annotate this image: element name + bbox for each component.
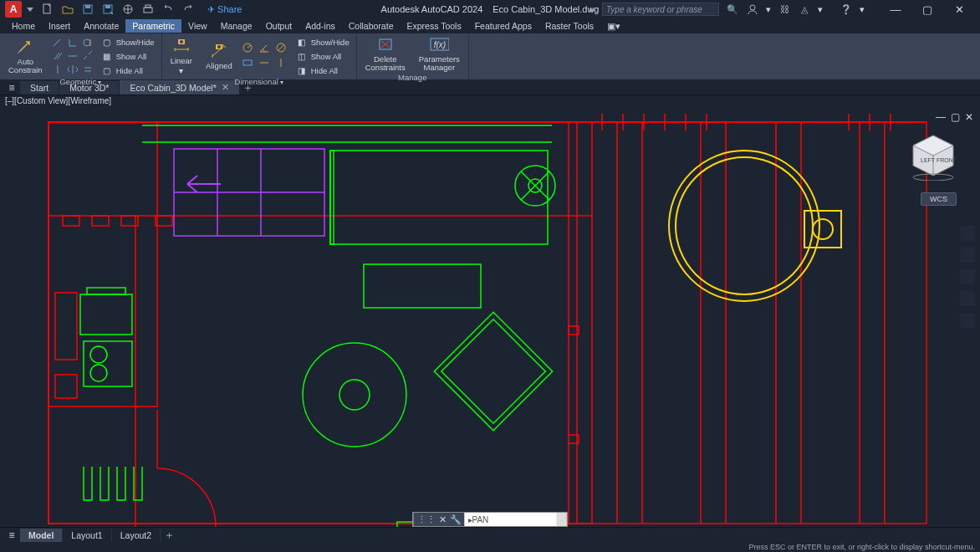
perpendicular-icon[interactable] xyxy=(66,37,79,49)
geom-showhide-button[interactable]: ▢Show/Hide xyxy=(98,35,158,49)
parameters-manager-button[interactable]: f(x) Parameters Manager xyxy=(414,35,465,73)
geom-showhide-label: Show/Hide xyxy=(116,38,155,47)
aligned-dim-button[interactable]: Aligned xyxy=(201,42,237,70)
svg-rect-2 xyxy=(85,5,90,8)
tangent-icon[interactable] xyxy=(81,37,94,49)
svg-rect-23 xyxy=(55,293,77,360)
geom-hideall-button[interactable]: ▢Hide All xyxy=(98,64,158,77)
ribbon-collapse-icon[interactable]: ▣▾ xyxy=(600,19,627,33)
layout-tab-menu-icon[interactable]: ≡ xyxy=(3,529,20,541)
svg-point-41 xyxy=(669,151,819,301)
diameter-icon[interactable] xyxy=(274,42,288,54)
cmd-customize-icon[interactable]: 🔧 xyxy=(450,514,462,525)
quick-access-toolbar: ✈ Share xyxy=(42,3,242,15)
showhide-icon: ▢ xyxy=(101,36,113,48)
angular-icon[interactable] xyxy=(258,42,271,54)
command-line-handle[interactable]: ⋮⋮ ✕ 🔧 xyxy=(414,513,465,526)
linear-dim-button[interactable]: Linear▾ xyxy=(166,37,197,76)
panel-dropdown-icon-2[interactable]: ▾ xyxy=(280,79,283,86)
menu-insert[interactable]: Insert xyxy=(42,19,77,33)
nav-pan-icon[interactable] xyxy=(960,248,975,263)
drawing-canvas[interactable]: — ▢ ✕ xyxy=(0,109,980,527)
open-file-icon[interactable] xyxy=(62,3,74,15)
symmetric-icon[interactable] xyxy=(66,64,79,75)
menu-featured[interactable]: Featured Apps xyxy=(468,19,538,33)
maximize-button[interactable]: ▢ xyxy=(911,1,943,18)
close-button[interactable]: ✕ xyxy=(943,1,975,18)
hor-dim-icon[interactable] xyxy=(258,57,271,69)
auto-constrain-button[interactable]: Auto Constrain xyxy=(3,38,48,75)
search-input[interactable]: Type a keyword or phrase xyxy=(602,3,719,16)
wcs-badge[interactable]: WCS xyxy=(921,192,957,206)
nav-zoom-icon[interactable] xyxy=(960,269,975,284)
help-icon[interactable]: ❔ xyxy=(840,3,853,16)
nav-wheel-icon[interactable] xyxy=(960,226,975,241)
redo-icon[interactable] xyxy=(182,3,194,15)
cmd-grip-icon[interactable]: ⋮⋮ xyxy=(417,514,436,525)
app-logo[interactable]: A xyxy=(5,1,22,18)
viewcube[interactable]: LEFT FRONT xyxy=(908,130,958,181)
panel-dropdown-icon[interactable]: ▾ xyxy=(98,79,101,86)
tab-layout2[interactable]: Layout2 xyxy=(112,529,161,542)
menu-annotate[interactable]: Annotate xyxy=(77,19,125,33)
svg-point-8 xyxy=(750,5,755,10)
nav-orbit-icon[interactable] xyxy=(960,291,975,306)
layout-tab-bar: ≡ Model Layout1 Layout2 ＋ xyxy=(0,527,980,542)
menu-parametric[interactable]: Parametric xyxy=(125,19,181,33)
cmd-close-icon[interactable]: ✕ xyxy=(439,514,447,525)
title-text: Autodesk AutoCAD 2024 Eco Cabin_3D Model… xyxy=(381,4,600,14)
minimize-button[interactable]: — xyxy=(880,1,911,18)
svg-point-44 xyxy=(813,219,833,239)
plot-icon[interactable] xyxy=(142,3,154,15)
tab-close-icon[interactable]: ✕ xyxy=(222,82,229,93)
dim-showhide-icon: ◧ xyxy=(296,36,308,48)
convert-icon[interactable] xyxy=(241,57,254,69)
ver-dim-icon[interactable] xyxy=(274,57,288,69)
radial-icon[interactable] xyxy=(241,42,254,54)
add-layout-button[interactable]: ＋ xyxy=(161,528,177,543)
menu-raster[interactable]: Raster Tools xyxy=(538,19,600,33)
dim-showhide-label: Show/Hide xyxy=(311,38,350,47)
menu-home[interactable]: Home xyxy=(5,19,42,33)
svg-text:f(x): f(x) xyxy=(434,40,446,49)
menu-output[interactable]: Output xyxy=(259,19,299,33)
panel-title-manage: Manage xyxy=(360,73,465,83)
save-as-icon[interactable] xyxy=(102,3,114,15)
search-icon[interactable]: 🔍 xyxy=(726,3,739,16)
app-exchange-icon[interactable]: ⛓ xyxy=(778,3,791,16)
status-hint: Press ESC or ENTER to exit, or right-cli… xyxy=(748,543,975,551)
command-history-dropdown-icon[interactable]: ▴ xyxy=(557,513,567,526)
dim-showhide-button[interactable]: ◧Show/Hide xyxy=(293,35,353,49)
linear-dim-icon xyxy=(171,37,191,55)
app-menu-dropdown-icon[interactable] xyxy=(27,8,33,12)
save-icon[interactable] xyxy=(82,3,94,15)
coincident-icon[interactable] xyxy=(51,37,64,49)
new-file-icon[interactable] xyxy=(42,3,54,15)
equal-icon[interactable] xyxy=(81,64,94,75)
viewport-label[interactable]: [–][Custom View][Wireframe] xyxy=(0,95,980,109)
collinear-icon[interactable] xyxy=(81,50,94,62)
share-button[interactable]: ✈ Share xyxy=(207,4,242,15)
autodesk-icon[interactable]: ◬ xyxy=(798,3,811,16)
command-input[interactable]: ▸ PAN xyxy=(465,513,557,526)
tab-model[interactable]: Model xyxy=(20,529,63,542)
command-line[interactable]: ⋮⋮ ✕ 🔧 ▸ PAN ▴ xyxy=(413,512,568,527)
parallel-icon[interactable] xyxy=(51,50,64,62)
undo-icon[interactable] xyxy=(162,3,174,15)
menu-collaborate[interactable]: Collaborate xyxy=(342,19,401,33)
panel-title-dimensional: Dimensional xyxy=(235,77,278,86)
web-mobile-icon[interactable] xyxy=(122,3,134,15)
menu-express[interactable]: Express Tools xyxy=(400,19,467,33)
menu-manage[interactable]: Manage xyxy=(214,19,259,33)
signin-icon[interactable] xyxy=(746,3,759,16)
vertical-icon[interactable] xyxy=(51,64,64,75)
nav-showmotion-icon[interactable] xyxy=(960,313,975,328)
tab-layout1[interactable]: Layout1 xyxy=(63,529,111,542)
geom-showall-button[interactable]: ▦Show All xyxy=(98,49,158,63)
dim-showall-button[interactable]: ◫Show All xyxy=(293,49,353,63)
menu-view[interactable]: View xyxy=(181,19,214,33)
delete-constraints-button[interactable]: Delete Constraints xyxy=(360,35,411,73)
dim-hideall-button[interactable]: ◨Hide All xyxy=(293,64,353,77)
menu-addins[interactable]: Add-ins xyxy=(299,19,342,33)
horizontal-icon[interactable] xyxy=(66,50,79,62)
